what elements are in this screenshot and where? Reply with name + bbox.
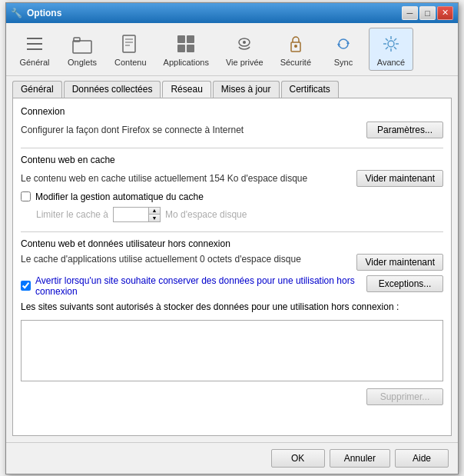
connection-description: Configurer la façon dont Firefox se conn… — [21, 125, 366, 135]
maximize-button[interactable]: □ — [419, 6, 436, 20]
svg-rect-0 — [27, 38, 42, 39]
cache-limit-row: Limiter le cache à 350 ▲ ▼ Mo d'espace d… — [36, 207, 443, 222]
window-icon: 🔧 — [11, 8, 22, 18]
svg-point-16 — [294, 45, 297, 48]
security-icon — [283, 32, 308, 56]
offline-checkbox-row: Avertir lorsqu'un site souhaite conserve… — [21, 275, 360, 297]
svg-line-27 — [386, 47, 388, 49]
toolbar-advanced-label: Avancé — [377, 58, 406, 67]
toolbar: Général Onglets Contenu Applications Vie… — [6, 23, 458, 76]
toolbar-item-tabs[interactable]: Onglets — [60, 28, 104, 71]
tabs-row: Général Données collectées Réseau Mises … — [6, 76, 458, 98]
cancel-button[interactable]: Annuler — [330, 449, 390, 468]
offline-description: Le cache d'applications utilise actuelle… — [21, 254, 350, 265]
tab-network[interactable]: Réseau — [162, 81, 210, 98]
svg-line-25 — [394, 47, 396, 49]
svg-rect-10 — [187, 35, 194, 43]
svg-rect-11 — [177, 45, 185, 52]
svg-point-19 — [388, 41, 394, 47]
ok-button[interactable]: OK — [271, 449, 325, 468]
toolbar-general-label: Général — [19, 58, 49, 67]
toolbar-tabs-label: Onglets — [68, 58, 97, 67]
spinner-arrows: ▲ ▼ — [148, 208, 160, 221]
svg-rect-9 — [177, 35, 185, 43]
offline-sites-textarea[interactable] — [21, 320, 443, 381]
toolbar-item-general[interactable]: Général — [12, 28, 57, 71]
offline-section: Contenu web et données utilisateur hors … — [21, 238, 443, 405]
toolbar-item-content[interactable]: Contenu — [108, 28, 154, 71]
connection-settings-button[interactable]: Paramètres... — [366, 121, 443, 138]
connection-section: Connexion Configurer la façon dont Firef… — [21, 106, 443, 138]
spinner-down[interactable]: ▼ — [149, 215, 160, 221]
cache-limit-spinner: 350 ▲ ▼ — [113, 207, 161, 222]
web-cache-description: Le contenu web en cache utilise actuelle… — [21, 173, 356, 184]
help-button[interactable]: Aide — [395, 449, 449, 468]
offline-sites-section: Les sites suivants sont autorisés à stoc… — [21, 301, 443, 405]
svg-rect-4 — [74, 38, 80, 42]
cache-auto-label: Modifier la gestion automatique du cache — [35, 191, 204, 202]
tab-certificates[interactable]: Certificats — [281, 81, 339, 98]
advanced-icon — [379, 32, 403, 56]
toolbar-privacy-label: Vie privée — [226, 58, 263, 67]
toolbar-security-label: Sécurité — [280, 58, 311, 67]
cache-limit-input[interactable]: 350 — [114, 208, 148, 221]
spinner-up[interactable]: ▲ — [149, 208, 160, 215]
privacy-icon — [232, 32, 257, 56]
offline-sites-label: Les sites suivants sont autorisés à stoc… — [21, 301, 443, 312]
toolbar-applications-label: Applications — [164, 58, 209, 67]
web-cache-section: Contenu web en cache Le contenu web en c… — [21, 155, 443, 222]
cache-checkbox-row: Modifier la gestion automatique du cache — [21, 191, 443, 202]
offline-title: Contenu web et données utilisateur hors … — [21, 238, 443, 249]
content-icon — [118, 32, 143, 56]
toolbar-sync-label: Sync — [334, 58, 353, 67]
offline-clear-button[interactable]: Vider maintenant — [356, 254, 443, 271]
svg-rect-3 — [73, 41, 91, 53]
applications-icon — [174, 32, 198, 56]
connection-title: Connexion — [21, 106, 443, 117]
svg-rect-2 — [27, 48, 42, 50]
web-cache-title: Contenu web en cache — [21, 155, 443, 165]
separator-2 — [21, 231, 443, 232]
toolbar-item-applications[interactable]: Applications — [157, 28, 216, 71]
svg-line-26 — [394, 38, 396, 41]
tab-updates[interactable]: Mises à jour — [213, 81, 280, 98]
offline-exceptions-button[interactable]: Exceptions... — [366, 275, 443, 292]
tabs-icon — [70, 32, 94, 56]
toolbar-item-privacy[interactable]: Vie privée — [219, 28, 270, 71]
sync-icon — [331, 32, 356, 56]
toolbar-content-label: Contenu — [114, 58, 147, 67]
web-cache-row: Le contenu web en cache utilise actuelle… — [21, 170, 443, 187]
title-bar: 🔧 Options ─ □ ✕ — [6, 3, 458, 23]
options-window: 🔧 Options ─ □ ✕ Général Onglets Conten — [5, 2, 459, 474]
tab-general[interactable]: Général — [12, 81, 62, 98]
minimize-button[interactable]: ─ — [402, 6, 418, 20]
bottom-bar: OK Annuler Aide — [6, 442, 458, 474]
cache-limit-label: Limiter le cache à — [36, 209, 108, 220]
web-cache-clear-button[interactable]: Vider maintenant — [356, 170, 443, 187]
toolbar-item-security[interactable]: Sécurité — [273, 28, 318, 71]
delete-btn-row: Supprimer... — [21, 388, 443, 405]
svg-line-24 — [386, 38, 388, 41]
general-icon — [22, 32, 47, 56]
close-button[interactable]: ✕ — [437, 6, 453, 20]
separator-1 — [21, 148, 443, 148]
tab-collected-data[interactable]: Données collectées — [64, 81, 161, 98]
offline-warn-checkbox[interactable] — [21, 281, 31, 291]
network-tab-content: Connexion Configurer la façon dont Firef… — [12, 98, 452, 436]
title-bar-controls: ─ □ ✕ — [402, 6, 453, 20]
svg-rect-5 — [123, 35, 135, 52]
offline-warn-label: Avertir lorsqu'un site souhaite conserve… — [35, 275, 360, 297]
toolbar-item-sync[interactable]: Sync — [321, 28, 366, 71]
offline-delete-button[interactable]: Supprimer... — [366, 388, 443, 405]
offline-top-row: Le cache d'applications utilise actuelle… — [21, 254, 443, 271]
cache-auto-checkbox[interactable] — [21, 191, 31, 201]
toolbar-item-advanced[interactable]: Avancé — [369, 28, 413, 71]
connection-row: Configurer la façon dont Firefox se conn… — [21, 121, 443, 138]
title-bar-left: 🔧 Options — [11, 8, 61, 18]
svg-rect-1 — [27, 43, 42, 45]
window-title: Options — [27, 8, 61, 18]
svg-point-14 — [243, 41, 246, 44]
svg-rect-12 — [187, 45, 194, 52]
cache-limit-unit: Mo d'espace disque — [165, 209, 247, 220]
